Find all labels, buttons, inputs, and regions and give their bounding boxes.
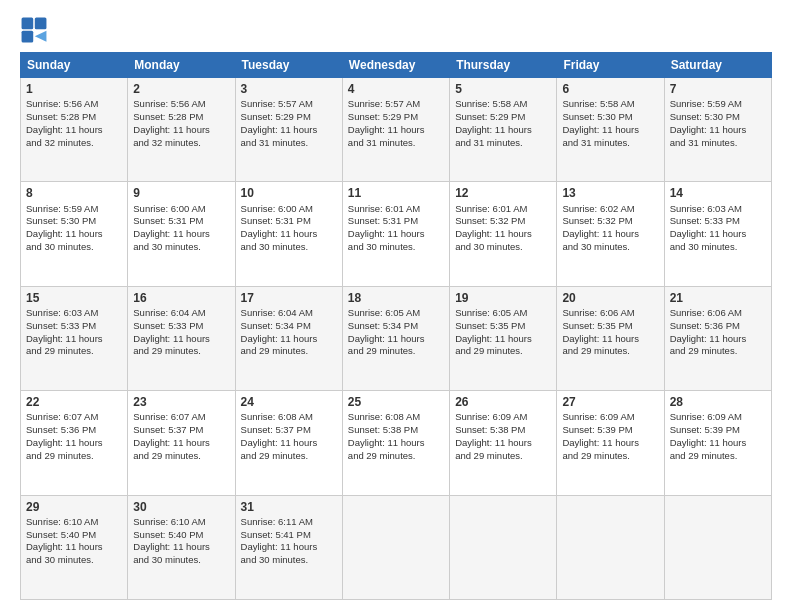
day-info-line: Sunset: 5:29 PM xyxy=(455,111,551,124)
day-info-line: Daylight: 11 hours xyxy=(455,124,551,137)
day-info-line: and 29 minutes. xyxy=(133,450,229,463)
day-number: 21 xyxy=(670,290,766,306)
day-info-line: Daylight: 11 hours xyxy=(241,437,337,450)
day-number: 31 xyxy=(241,499,337,515)
day-info-line: Sunrise: 5:57 AM xyxy=(241,98,337,111)
day-info-line: Sunset: 5:29 PM xyxy=(348,111,444,124)
day-info-line: and 31 minutes. xyxy=(670,137,766,150)
day-info-line: and 29 minutes. xyxy=(26,345,122,358)
logo-icon xyxy=(20,16,48,44)
day-number: 11 xyxy=(348,185,444,201)
day-info-line: Daylight: 11 hours xyxy=(455,437,551,450)
day-info-line: Daylight: 11 hours xyxy=(26,124,122,137)
day-info-line: Sunset: 5:28 PM xyxy=(26,111,122,124)
calendar-table: SundayMondayTuesdayWednesdayThursdayFrid… xyxy=(20,52,772,600)
day-info-line: and 29 minutes. xyxy=(455,450,551,463)
day-number: 19 xyxy=(455,290,551,306)
day-info-line: and 29 minutes. xyxy=(241,345,337,358)
day-number: 4 xyxy=(348,81,444,97)
day-info-line: Sunrise: 6:00 AM xyxy=(133,203,229,216)
day-number: 6 xyxy=(562,81,658,97)
calendar-cell: 8Sunrise: 5:59 AMSunset: 5:30 PMDaylight… xyxy=(21,182,128,286)
calendar-cell xyxy=(450,495,557,599)
day-info-line: Sunrise: 6:03 AM xyxy=(26,307,122,320)
calendar-cell: 29Sunrise: 6:10 AMSunset: 5:40 PMDayligh… xyxy=(21,495,128,599)
calendar-cell: 24Sunrise: 6:08 AMSunset: 5:37 PMDayligh… xyxy=(235,391,342,495)
day-info-line: Sunrise: 6:10 AM xyxy=(133,516,229,529)
day-info-line: Daylight: 11 hours xyxy=(455,333,551,346)
calendar-cell xyxy=(664,495,771,599)
day-number: 3 xyxy=(241,81,337,97)
day-info-line: and 30 minutes. xyxy=(241,554,337,567)
calendar-cell: 9Sunrise: 6:00 AMSunset: 5:31 PMDaylight… xyxy=(128,182,235,286)
day-info-line: and 30 minutes. xyxy=(670,241,766,254)
day-number: 1 xyxy=(26,81,122,97)
day-info-line: Sunrise: 6:04 AM xyxy=(133,307,229,320)
day-info-line: Daylight: 11 hours xyxy=(26,228,122,241)
day-info-line: and 29 minutes. xyxy=(455,345,551,358)
calendar-cell: 10Sunrise: 6:00 AMSunset: 5:31 PMDayligh… xyxy=(235,182,342,286)
day-info-line: Daylight: 11 hours xyxy=(455,228,551,241)
day-info-line: Daylight: 11 hours xyxy=(241,541,337,554)
day-info-line: Sunset: 5:37 PM xyxy=(241,424,337,437)
day-info-line: Sunrise: 5:58 AM xyxy=(562,98,658,111)
day-info-line: and 30 minutes. xyxy=(133,554,229,567)
calendar-cell: 4Sunrise: 5:57 AMSunset: 5:29 PMDaylight… xyxy=(342,78,449,182)
day-number: 10 xyxy=(241,185,337,201)
svg-rect-1 xyxy=(35,18,47,30)
day-info-line: and 30 minutes. xyxy=(26,241,122,254)
day-info-line: Sunset: 5:28 PM xyxy=(133,111,229,124)
calendar-cell: 7Sunrise: 5:59 AMSunset: 5:30 PMDaylight… xyxy=(664,78,771,182)
logo xyxy=(20,16,52,44)
day-info-line: and 29 minutes. xyxy=(133,345,229,358)
day-info-line: Sunrise: 6:02 AM xyxy=(562,203,658,216)
day-number: 30 xyxy=(133,499,229,515)
day-number: 7 xyxy=(670,81,766,97)
calendar-cell: 23Sunrise: 6:07 AMSunset: 5:37 PMDayligh… xyxy=(128,391,235,495)
day-info-line: Sunrise: 6:04 AM xyxy=(241,307,337,320)
day-info-line: Sunrise: 6:03 AM xyxy=(670,203,766,216)
day-info-line: Daylight: 11 hours xyxy=(241,333,337,346)
day-info-line: and 29 minutes. xyxy=(562,345,658,358)
calendar-week-1: 1Sunrise: 5:56 AMSunset: 5:28 PMDaylight… xyxy=(21,78,772,182)
calendar-header-tuesday: Tuesday xyxy=(235,53,342,78)
day-info-line: Daylight: 11 hours xyxy=(26,333,122,346)
calendar-cell: 5Sunrise: 5:58 AMSunset: 5:29 PMDaylight… xyxy=(450,78,557,182)
day-info-line: Sunset: 5:32 PM xyxy=(455,215,551,228)
day-info-line: and 30 minutes. xyxy=(455,241,551,254)
day-info-line: Sunset: 5:31 PM xyxy=(133,215,229,228)
day-info-line: Daylight: 11 hours xyxy=(562,124,658,137)
day-info-line: and 30 minutes. xyxy=(133,241,229,254)
day-info-line: Sunrise: 6:09 AM xyxy=(670,411,766,424)
day-number: 5 xyxy=(455,81,551,97)
day-info-line: Daylight: 11 hours xyxy=(670,124,766,137)
day-number: 28 xyxy=(670,394,766,410)
calendar-cell: 25Sunrise: 6:08 AMSunset: 5:38 PMDayligh… xyxy=(342,391,449,495)
svg-rect-0 xyxy=(22,18,34,30)
day-info-line: Sunrise: 6:11 AM xyxy=(241,516,337,529)
day-info-line: Sunset: 5:31 PM xyxy=(241,215,337,228)
day-info-line: Daylight: 11 hours xyxy=(133,437,229,450)
day-info-line: Sunset: 5:33 PM xyxy=(26,320,122,333)
day-number: 17 xyxy=(241,290,337,306)
day-info-line: and 30 minutes. xyxy=(26,554,122,567)
calendar-header-saturday: Saturday xyxy=(664,53,771,78)
day-info-line: Sunrise: 6:00 AM xyxy=(241,203,337,216)
calendar-cell: 6Sunrise: 5:58 AMSunset: 5:30 PMDaylight… xyxy=(557,78,664,182)
day-info-line: Sunrise: 6:10 AM xyxy=(26,516,122,529)
calendar-header-monday: Monday xyxy=(128,53,235,78)
day-number: 2 xyxy=(133,81,229,97)
day-number: 26 xyxy=(455,394,551,410)
calendar-header-sunday: Sunday xyxy=(21,53,128,78)
day-number: 18 xyxy=(348,290,444,306)
day-info-line: Daylight: 11 hours xyxy=(348,124,444,137)
day-info-line: Sunset: 5:38 PM xyxy=(455,424,551,437)
day-info-line: Daylight: 11 hours xyxy=(348,333,444,346)
day-info-line: Sunrise: 6:09 AM xyxy=(562,411,658,424)
calendar-cell: 14Sunrise: 6:03 AMSunset: 5:33 PMDayligh… xyxy=(664,182,771,286)
calendar-cell: 22Sunrise: 6:07 AMSunset: 5:36 PMDayligh… xyxy=(21,391,128,495)
day-number: 14 xyxy=(670,185,766,201)
day-info-line: Daylight: 11 hours xyxy=(133,541,229,554)
calendar-cell xyxy=(342,495,449,599)
calendar-cell: 1Sunrise: 5:56 AMSunset: 5:28 PMDaylight… xyxy=(21,78,128,182)
